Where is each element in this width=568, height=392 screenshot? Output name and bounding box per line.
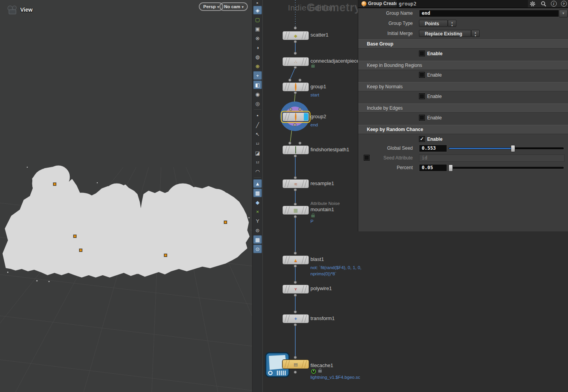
time-dependent-icon: [311, 369, 316, 374]
node-label-scatter1: scatter1: [310, 32, 328, 38]
shading-mode-sphere-icon[interactable]: ◑: [253, 43, 262, 52]
node-filecache1[interactable]: ▤: [282, 360, 309, 369]
display-options-shield-icon[interactable]: ◧: [253, 80, 262, 89]
search-icon[interactable]: [540, 0, 547, 7]
node-type-name: Group Create: [368, 1, 398, 6]
locked-flag-icon[interactable]: [311, 65, 315, 68]
node-label-group1: group1: [310, 84, 326, 89]
display-point-numbers-icon[interactable]: 12: [253, 139, 262, 148]
node-blast1[interactable]: ▲: [282, 256, 309, 264]
node-label-polywire: polywire1: [310, 285, 332, 291]
display-points-icon[interactable]: •: [253, 111, 262, 120]
enable-label: Enable: [427, 72, 442, 78]
view-pin-add-icon[interactable]: +: [253, 71, 262, 80]
headlight-off-icon[interactable]: ⊗: [253, 34, 262, 42]
global-seed-slider[interactable]: [449, 145, 564, 151]
locked-flag-icon[interactable]: [311, 215, 315, 217]
snap-mode-icon[interactable]: ▢: [253, 15, 262, 24]
percent-slider[interactable]: [449, 164, 564, 171]
node-resample1[interactable]: ≈: [282, 179, 309, 188]
view-select-mode-icon[interactable]: ◈: [253, 6, 262, 14]
section-keep-by-random-chance[interactable]: Keep by Random Chance: [358, 125, 568, 134]
group-type-label: Group Type: [358, 21, 413, 26]
group-name-dropdown-button[interactable]: ▼: [559, 10, 568, 18]
help-icon[interactable]: ?: [560, 0, 568, 7]
selected-point-marker[interactable]: [74, 235, 76, 238]
display-prims-icon[interactable]: ◪: [253, 149, 262, 157]
polywire-icon: Y: [295, 287, 297, 291]
display-group-list-icon[interactable]: ⊜: [253, 226, 262, 234]
initial-merge-select[interactable]: Replace Existing: [419, 30, 471, 37]
display-wire-prongs-icon[interactable]: Y: [253, 217, 262, 225]
selected-point-marker[interactable]: [224, 221, 227, 224]
camera-handles-icon[interactable]: ◎: [253, 99, 262, 108]
locked-flag-icon[interactable]: [318, 370, 322, 373]
gear-menu-icon[interactable]: [529, 0, 536, 7]
node-label-fsp: findshortestpath1: [310, 147, 349, 152]
node-group2[interactable]: [282, 112, 309, 121]
viewport-snapshot-icon[interactable]: ▩: [253, 235, 262, 244]
node-mountain1[interactable]: ▦: [282, 206, 309, 215]
node-name-field[interactable]: group2: [396, 0, 528, 7]
node-comment-blast-2: nprims(0))*8`: [310, 271, 337, 276]
node-label-mountain: mountain1: [310, 206, 334, 212]
node-label-group2: group2: [310, 114, 326, 119]
node-group1[interactable]: [282, 82, 309, 91]
panel-popout-arrow-icon[interactable]: ▸: [253, 0, 262, 5]
node-connectadjacentpieces1[interactable]: ∴: [282, 57, 309, 66]
scatter-icon: ◆: [294, 33, 297, 38]
random-enable-checkbox[interactable]: [419, 136, 425, 142]
display-hulls-icon[interactable]: ◠: [253, 167, 262, 176]
viewport-3d[interactable]: View Persp▾ No cam▾: [0, 0, 252, 392]
group-type-spinner[interactable]: ▲▼: [448, 20, 456, 27]
chevron-down-icon: ▾: [217, 5, 219, 9]
display-prim-numbers-icon[interactable]: 12: [253, 158, 262, 166]
node-scatter1[interactable]: ◆: [282, 31, 309, 40]
enable-label: Enable: [427, 51, 442, 56]
section-keep-by-normals[interactable]: Keep by Normals: [358, 82, 568, 91]
section-include-by-edges[interactable]: Include by Edges: [358, 103, 568, 113]
parameter-header: ▾ Group Create group2 i ?: [358, 0, 568, 7]
node-comment-group2: end: [310, 122, 318, 127]
viewport-title: View: [20, 7, 33, 13]
object-visibility-eye-icon[interactable]: ◉: [253, 90, 262, 98]
global-seed-input[interactable]: 0.553: [419, 145, 447, 152]
section-base-group[interactable]: Base Group: [358, 39, 568, 49]
display-visualizers-icon[interactable]: ⊙: [253, 245, 262, 253]
global-seed-label: Global Seed: [358, 145, 413, 151]
section-keep-in-bounding-regions[interactable]: Keep in Bounding Regions: [358, 61, 568, 70]
selected-point-marker[interactable]: [79, 249, 82, 252]
lock-camera-icon[interactable]: ▣: [253, 24, 262, 33]
initial-merge-label: Initial Merge: [358, 31, 413, 36]
display-normals-cone-icon[interactable]: ▲: [253, 179, 262, 188]
node-type-label: Attribute Noise: [310, 201, 340, 206]
initial-merge-spinner[interactable]: ▲▼: [471, 30, 480, 37]
view-camera-icon: [7, 5, 18, 15]
selected-point-marker[interactable]: [53, 183, 56, 186]
display-point-normals-icon[interactable]: ╱: [253, 121, 262, 129]
info-icon[interactable]: i: [550, 0, 557, 7]
display-point-markers-icon[interactable]: ↖: [253, 130, 262, 138]
filecache-icon: ▤: [294, 362, 298, 366]
node-transform1[interactable]: +: [282, 314, 309, 323]
base-group-enable-checkbox[interactable]: [419, 51, 425, 56]
default-lighting-icon[interactable]: ◍: [253, 52, 262, 61]
percent-input[interactable]: 0.05: [419, 164, 447, 172]
display-flag[interactable]: [304, 113, 308, 121]
normals-enable-checkbox[interactable]: [419, 93, 425, 99]
edges-enable-checkbox[interactable]: [419, 115, 425, 121]
node-findshortestpath1[interactable]: [282, 145, 309, 154]
seed-attribute-input[interactable]: id: [419, 154, 564, 162]
group-type-select[interactable]: Points: [419, 20, 448, 27]
node-polywire1[interactable]: Y: [282, 285, 309, 294]
group-name-input[interactable]: end: [419, 10, 559, 17]
display-uv-texture-icon[interactable]: ▦: [253, 189, 262, 197]
camera-select-menu[interactable]: No cam▾: [219, 2, 248, 11]
add-light-icon[interactable]: ⊕: [253, 62, 262, 70]
display-particle-origin-icon[interactable]: ◆: [253, 198, 262, 206]
selected-point-marker[interactable]: [164, 254, 167, 257]
bounding-enable-checkbox[interactable]: [419, 72, 425, 78]
find-shortest-path-icon: [295, 147, 296, 153]
display-gnomon-icon[interactable]: ×: [253, 207, 262, 216]
percent-label: Percent: [358, 165, 413, 170]
